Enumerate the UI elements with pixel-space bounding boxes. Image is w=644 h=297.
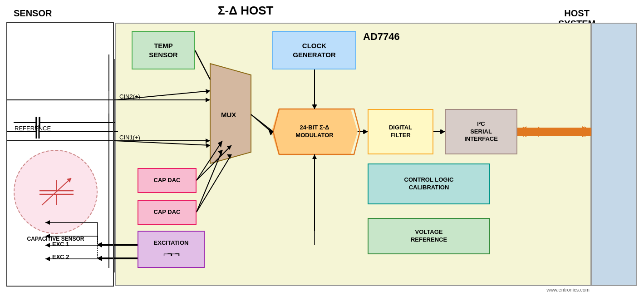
- clock-gen-block: CLOCK GENERATOR: [272, 31, 356, 69]
- host-system-area: [591, 23, 637, 286]
- modulator-block: 24-BIT Σ-Δ MODULATOR: [271, 109, 358, 154]
- cin1-label: CIN1(+): [119, 134, 140, 141]
- digital-filter-block: DIGITAL FILTER: [368, 109, 433, 154]
- cap-dac-1-block: CAP DAC: [138, 168, 197, 193]
- exc2-label: EXC 2: [52, 253, 69, 260]
- host-section-label: Σ-Δ HOST: [218, 4, 273, 18]
- i2c-interface-block: I²C SERIAL INTERFACE: [445, 109, 517, 154]
- svg-marker-86: [98, 256, 102, 260]
- control-logic-block: CONTROL LOGIC CALIBRATION: [368, 163, 490, 204]
- svg-marker-30: [98, 243, 102, 248]
- svg-marker-34: [98, 257, 102, 261]
- sensor-section-label: SENSOR: [14, 8, 52, 19]
- voltage-ref-block: VOLTAGE REFERENCE: [368, 218, 490, 254]
- diagram-container: SENSOR Σ-Δ HOST HOSTSYSTEM AD7746 MUX: [0, 0, 644, 297]
- sigma-delta-symbol: Σ-Δ HOST: [218, 4, 273, 17]
- svg-marker-36: [45, 257, 50, 261]
- cap-sensor-svg: [15, 151, 98, 235]
- reference-label: REFERENCE: [15, 125, 51, 132]
- cap-dac-2-block: CAP DAC: [138, 200, 197, 225]
- ad7746-label: AD7746: [363, 31, 400, 43]
- svg-marker-80: [98, 242, 102, 247]
- cap-sensor-circle: [14, 150, 98, 234]
- cin2-label: CIN2(+): [119, 93, 140, 100]
- exc1-label: EXC 1: [52, 241, 69, 248]
- cap-sensor-area: CAPACITIVE SENSOR: [14, 150, 98, 234]
- temp-sensor-block: TEMP SENSOR: [132, 31, 195, 69]
- excitation-block: EXCITATION ⌐¬⌐¬: [138, 231, 205, 268]
- watermark: www.entronics.com: [546, 287, 590, 292]
- svg-marker-32: [45, 243, 50, 248]
